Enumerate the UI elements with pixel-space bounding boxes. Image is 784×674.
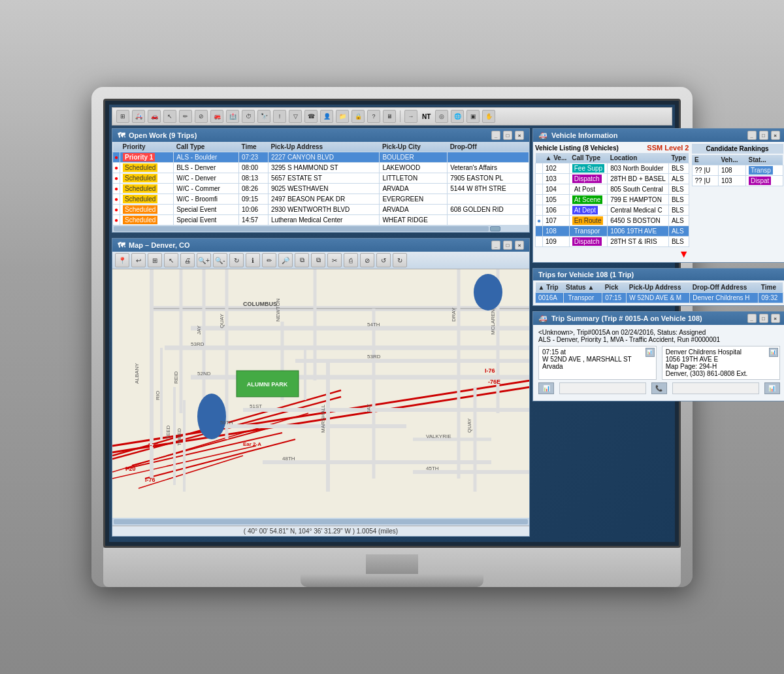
t-trip-header[interactable]: ▲ Trip: [536, 282, 564, 293]
map-hscroll[interactable]: [112, 518, 529, 526]
ts-minimize-btn[interactable]: _: [747, 314, 757, 323]
open-work-row[interactable]: ● Scheduled W/C - Broomfi 09:15 2497 BEA…: [113, 194, 529, 205]
t-pick-header[interactable]: Pick: [602, 282, 627, 293]
map-copy-icon[interactable]: ⧉: [295, 253, 309, 267]
map-refresh-icon[interactable]: ↻: [229, 253, 244, 267]
vehicle-row[interactable]: ● 108 Transpor 1006 19TH AVE ALS: [536, 226, 689, 237]
vehicle-row[interactable]: ● 107 En Route 6450 S BOSTON ALS: [536, 216, 689, 226]
map-stop-icon[interactable]: ⊘: [360, 253, 374, 267]
call-type-header[interactable]: Call Type: [174, 142, 239, 152]
map-search-icon[interactable]: 🔎: [278, 253, 293, 267]
map-back-icon[interactable]: ↩: [131, 253, 146, 267]
v-location-header[interactable]: Location: [608, 153, 669, 163]
map-print2-icon[interactable]: ⎙: [344, 253, 358, 267]
trip-row[interactable]: 0016A Transpor 07:15 W 52ND AVE & M Denv…: [536, 293, 783, 303]
car-icon[interactable]: 🚗: [148, 110, 161, 123]
vehicle-row[interactable]: ● 103 Dispatch 28TH BD + BASEL ALS: [536, 174, 689, 184]
c-veh-header[interactable]: Veh...: [718, 155, 745, 165]
trip-bottom-phone-icon[interactable]: 📞: [651, 382, 667, 394]
map-info-icon[interactable]: ℹ: [246, 253, 260, 267]
t-pickup-header[interactable]: Pick-Up Address: [627, 282, 690, 293]
t-time-header[interactable]: Time: [759, 282, 783, 293]
ts-close-btn[interactable]: ×: [771, 314, 780, 323]
help-icon[interactable]: ?: [367, 110, 380, 123]
folder-icon[interactable]: 📁: [336, 110, 349, 123]
vehicle-row[interactable]: ● 106 At Dept Central Medical C BLS: [536, 205, 689, 216]
map-redo-icon[interactable]: ↻: [393, 253, 407, 267]
pickup-city-header[interactable]: Pick-Up City: [380, 142, 448, 152]
ts-maximize-btn[interactable]: □: [759, 314, 768, 323]
map-cursor-icon[interactable]: ↖: [164, 253, 178, 267]
open-work-row[interactable]: ● Scheduled W/C - Denver 08:13 5657 ESTA…: [113, 173, 529, 184]
vehicle-scroll-down[interactable]: ▼: [679, 248, 689, 260]
vehicle-maximize-btn[interactable]: □: [759, 131, 768, 140]
candidate-row[interactable]: ?? |U 108 Transp: [692, 165, 783, 176]
alert-icon[interactable]: !: [273, 110, 286, 123]
map-copy2-icon[interactable]: ⧉: [311, 253, 325, 267]
map-undo-icon[interactable]: ↺: [376, 253, 391, 267]
ambulance-icon[interactable]: 🚒: [210, 110, 223, 123]
truck-icon[interactable]: 🚑: [132, 110, 145, 123]
trip-dropoff-chart-icon[interactable]: 📊: [769, 348, 778, 357]
arrow-right-icon[interactable]: →: [404, 110, 417, 123]
svg-text:50TH: 50TH: [220, 420, 233, 426]
cancel-icon[interactable]: ⊘: [195, 110, 208, 123]
open-work-row[interactable]: ● Scheduled BLS - Denver 08:00 3295 S HA…: [113, 163, 529, 173]
cursor-icon[interactable]: ↖: [163, 110, 176, 123]
vehicle-row[interactable]: ● 105 At Scene 799 E HAMPTON BLS: [536, 195, 689, 205]
time-header[interactable]: Time: [239, 142, 269, 152]
minimize-btn[interactable]: _: [491, 131, 500, 140]
map-pin-icon[interactable]: 📍: [115, 253, 129, 267]
priority-header[interactable]: Priority: [120, 142, 174, 152]
v-id-header[interactable]: ▲ Ve...: [543, 153, 570, 163]
open-work-row[interactable]: ● Scheduled Special Event 10:06 2930 WEN…: [113, 205, 529, 215]
map-maximize-btn[interactable]: □: [503, 241, 512, 250]
map-zoom-out-icon[interactable]: 🔍-: [213, 253, 227, 267]
map-canvas[interactable]: ALUMNI PARK ALBANY REID: [112, 269, 529, 518]
t-dropoff-header[interactable]: Drop-Off Address: [690, 282, 759, 293]
vehicle-minimize-btn[interactable]: _: [747, 131, 757, 140]
trip-bottom-icon1[interactable]: 📊: [538, 382, 554, 394]
open-work-row[interactable]: ● Scheduled W/C - Commer 08:26 9025 WEST…: [113, 184, 529, 194]
map-zoom-in-icon[interactable]: 🔍+: [197, 253, 211, 267]
lock-icon[interactable]: 🔒: [351, 110, 365, 123]
phone-icon[interactable]: ☎: [304, 110, 318, 123]
vehicle-row[interactable]: ● 109 Dispatch 28TH ST & IRIS BLS: [536, 237, 689, 247]
trip-pickup-chart-icon[interactable]: 📊: [645, 348, 655, 357]
maximize-btn[interactable]: □: [503, 131, 512, 140]
open-work-row[interactable]: ● Priority 1 ALS - Boulder 07:23 2227 CA…: [113, 152, 529, 163]
globe-icon[interactable]: ◎: [435, 110, 448, 123]
c-stat-header[interactable]: Stat...: [746, 155, 783, 165]
pencil-icon[interactable]: ✏: [179, 110, 192, 123]
scroll-bar-h[interactable]: [112, 226, 529, 232]
person-icon[interactable]: 👤: [320, 110, 333, 123]
map-minimize-btn[interactable]: _: [491, 241, 500, 250]
vehicle-close-btn[interactable]: ×: [771, 131, 780, 140]
candidate-row[interactable]: ?? |U 103 Dispat: [692, 176, 783, 186]
t-status-header[interactable]: Status ▲: [563, 282, 602, 293]
grid-icon[interactable]: ⊞: [116, 110, 129, 123]
pickup-addr-header[interactable]: Pick-Up Address: [268, 142, 379, 152]
dropoff-header[interactable]: Drop-Off: [448, 142, 529, 152]
hand-icon[interactable]: ✋: [482, 110, 495, 123]
v-calltype-header[interactable]: Call Type: [569, 153, 607, 163]
trip-bottom-icon2[interactable]: 📊: [764, 382, 780, 394]
v-type-header[interactable]: Type: [668, 153, 689, 163]
clock-icon[interactable]: ⏱: [242, 110, 255, 123]
map-draw-icon[interactable]: ✏: [262, 253, 276, 267]
close-btn[interactable]: ×: [515, 131, 524, 140]
vehicle-row[interactable]: ● 104 At Post 805 South Central BLS: [536, 184, 689, 195]
map-print-icon[interactable]: 🖨: [180, 253, 195, 267]
navigate-icon[interactable]: ▽: [289, 110, 302, 123]
map-close-btn[interactable]: ×: [515, 241, 524, 250]
world-icon[interactable]: 🌐: [451, 110, 464, 123]
c-e-header[interactable]: E: [692, 155, 718, 165]
ambulance2-icon[interactable]: 🏥: [226, 110, 239, 123]
vehicle-row[interactable]: ● 102 Fee Supp 803 North Boulder BLS: [536, 163, 689, 174]
map-layers-icon[interactable]: ⊞: [148, 253, 162, 267]
screen-icon[interactable]: ▣: [466, 110, 480, 123]
map-scissor-icon[interactable]: ✂: [327, 253, 342, 267]
monitor-icon[interactable]: 🖥: [383, 110, 396, 123]
binoculars-icon[interactable]: 🔭: [257, 110, 270, 123]
open-work-row[interactable]: ● Scheduled Special Event 14:57 Lutheran…: [113, 215, 529, 226]
